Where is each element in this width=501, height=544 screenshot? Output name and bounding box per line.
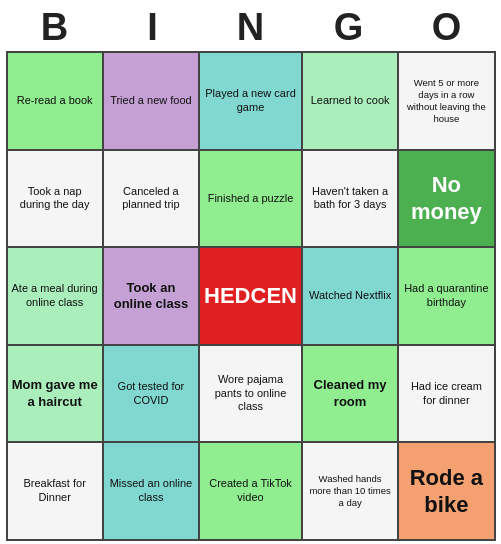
bingo-cell[interactable]: Breakfast for Dinner (8, 443, 102, 539)
title-letter: O (417, 6, 477, 49)
bingo-cell[interactable]: Washed hands more than 10 times a day (303, 443, 397, 539)
bingo-cell[interactable]: Had ice cream for dinner (399, 346, 493, 442)
bingo-cell[interactable]: Had a quarantine birthday (399, 248, 493, 344)
bingo-grid: Re-read a bookTried a new foodPlayed a n… (6, 51, 496, 541)
bingo-cell[interactable]: Learned to cook (303, 53, 397, 149)
bingo-cell[interactable]: Tried a new food (104, 53, 198, 149)
title-letter: G (319, 6, 379, 49)
bingo-cell[interactable]: Missed an online class (104, 443, 198, 539)
bingo-cell[interactable]: No money (399, 151, 493, 247)
bingo-cell[interactable]: HEDCEN (200, 248, 301, 344)
bingo-cell[interactable]: Ate a meal during online class (8, 248, 102, 344)
bingo-cell[interactable]: Finished a puzzle (200, 151, 301, 247)
bingo-cell[interactable]: Went 5 or more days in a row without lea… (399, 53, 493, 149)
bingo-cell[interactable]: Wore pajama pants to online class (200, 346, 301, 442)
bingo-cell[interactable]: Mom gave me a haircut (8, 346, 102, 442)
bingo-cell[interactable]: Canceled a planned trip (104, 151, 198, 247)
bingo-cell[interactable]: Played a new card game (200, 53, 301, 149)
bingo-cell[interactable]: Re-read a book (8, 53, 102, 149)
title-letter: N (221, 6, 281, 49)
bingo-cell[interactable]: Rode a bike (399, 443, 493, 539)
bingo-cell[interactable]: Created a TikTok video (200, 443, 301, 539)
bingo-cell[interactable]: Watched Nextflix (303, 248, 397, 344)
title-letter: I (123, 6, 183, 49)
bingo-cell[interactable]: Haven't taken a bath for 3 days (303, 151, 397, 247)
bingo-title: BINGO (6, 0, 496, 51)
bingo-cell[interactable]: Cleaned my room (303, 346, 397, 442)
title-letter: B (25, 6, 85, 49)
bingo-cell[interactable]: Took an online class (104, 248, 198, 344)
bingo-cell[interactable]: Got tested for COVID (104, 346, 198, 442)
bingo-cell[interactable]: Took a nap during the day (8, 151, 102, 247)
